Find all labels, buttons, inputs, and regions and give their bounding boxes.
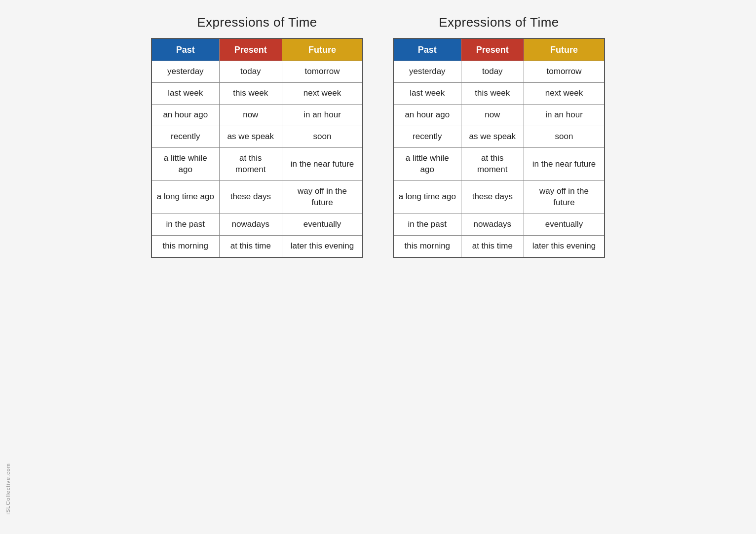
cell-present-6: nowadays bbox=[219, 214, 282, 235]
cell-past-1: last week bbox=[151, 83, 219, 105]
cell-past-4: a little while ago bbox=[393, 148, 461, 181]
cell-future-6: eventually bbox=[282, 214, 363, 235]
cell-future-2: in an hour bbox=[282, 105, 363, 126]
table-row: a long time agothese daysway off in the … bbox=[393, 180, 605, 214]
table-row: a little while agoat this momentin the n… bbox=[393, 148, 605, 181]
cell-present-5: these days bbox=[461, 180, 524, 214]
cell-future-2: in an hour bbox=[524, 105, 605, 126]
cell-past-6: in the past bbox=[393, 214, 461, 235]
left-title: Expressions of Time bbox=[197, 15, 317, 30]
table-row: yesterdaytodaytomorrow bbox=[151, 61, 363, 83]
cell-future-5: way off in the future bbox=[282, 180, 363, 214]
table-row: in the pastnowadayseventually bbox=[393, 214, 605, 235]
cell-present-7: at this time bbox=[219, 235, 282, 257]
table-row: this morningat this timelater this eveni… bbox=[393, 235, 605, 257]
left-header-future: Future bbox=[282, 38, 363, 61]
table-row: an hour agonowin an hour bbox=[393, 105, 605, 126]
cell-past-4: a little while ago bbox=[151, 148, 219, 181]
cell-future-1: next week bbox=[282, 83, 363, 105]
right-header-present: Present bbox=[461, 38, 524, 61]
cell-past-5: a long time ago bbox=[151, 180, 219, 214]
cell-future-4: in the near future bbox=[282, 148, 363, 181]
cell-future-4: in the near future bbox=[524, 148, 605, 181]
left-header-present: Present bbox=[219, 38, 282, 61]
cell-past-3: recently bbox=[393, 126, 461, 148]
cell-present-0: today bbox=[219, 61, 282, 83]
cell-future-0: tomorrow bbox=[524, 61, 605, 83]
right-header-future: Future bbox=[524, 38, 605, 61]
table-row: a little while agoat this momentin the n… bbox=[151, 148, 363, 181]
cell-past-7: this morning bbox=[393, 235, 461, 257]
cell-future-3: soon bbox=[282, 126, 363, 148]
table-row: this morningat this timelater this eveni… bbox=[151, 235, 363, 257]
cell-future-5: way off in the future bbox=[524, 180, 605, 214]
cell-present-3: as we speak bbox=[461, 126, 524, 148]
left-table: Past Present Future yesterdaytodaytomorr… bbox=[151, 38, 363, 258]
cell-past-2: an hour ago bbox=[151, 105, 219, 126]
cell-present-5: these days bbox=[219, 180, 282, 214]
right-header-past: Past bbox=[393, 38, 461, 61]
cell-past-6: in the past bbox=[151, 214, 219, 235]
cell-past-5: a long time ago bbox=[393, 180, 461, 214]
page-container: Expressions of Time Past Present Future … bbox=[151, 15, 605, 258]
table-row: last weekthis weeknext week bbox=[393, 83, 605, 105]
cell-present-1: this week bbox=[219, 83, 282, 105]
left-header-past: Past bbox=[151, 38, 219, 61]
cell-present-4: at this moment bbox=[219, 148, 282, 181]
cell-past-7: this morning bbox=[151, 235, 219, 257]
cell-past-3: recently bbox=[151, 126, 219, 148]
cell-present-2: now bbox=[219, 105, 282, 126]
table-row: a long time agothese daysway off in the … bbox=[151, 180, 363, 214]
table-row: yesterdaytodaytomorrow bbox=[393, 61, 605, 83]
table-row: an hour agonowin an hour bbox=[151, 105, 363, 126]
right-title: Expressions of Time bbox=[439, 15, 559, 30]
cell-present-1: this week bbox=[461, 83, 524, 105]
table-row: recentlyas we speaksoon bbox=[393, 126, 605, 148]
watermark: iSLCollective.com bbox=[5, 463, 11, 514]
cell-future-1: next week bbox=[524, 83, 605, 105]
cell-past-0: yesterday bbox=[151, 61, 219, 83]
cell-present-7: at this time bbox=[461, 235, 524, 257]
cell-future-7: later this evening bbox=[282, 235, 363, 257]
cell-past-0: yesterday bbox=[393, 61, 461, 83]
left-table-section: Expressions of Time Past Present Future … bbox=[151, 15, 363, 258]
cell-past-1: last week bbox=[393, 83, 461, 105]
cell-future-3: soon bbox=[524, 126, 605, 148]
cell-present-6: nowadays bbox=[461, 214, 524, 235]
cell-future-0: tomorrow bbox=[282, 61, 363, 83]
cell-present-0: today bbox=[461, 61, 524, 83]
right-table-section: Expressions of Time Past Present Future … bbox=[393, 15, 605, 258]
cell-future-6: eventually bbox=[524, 214, 605, 235]
right-table: Past Present Future yesterdaytodaytomorr… bbox=[393, 38, 605, 258]
table-row: recentlyas we speaksoon bbox=[151, 126, 363, 148]
table-row: last weekthis weeknext week bbox=[151, 83, 363, 105]
cell-future-7: later this evening bbox=[524, 235, 605, 257]
cell-present-3: as we speak bbox=[219, 126, 282, 148]
cell-present-4: at this moment bbox=[461, 148, 524, 181]
cell-past-2: an hour ago bbox=[393, 105, 461, 126]
table-row: in the pastnowadayseventually bbox=[151, 214, 363, 235]
cell-present-2: now bbox=[461, 105, 524, 126]
